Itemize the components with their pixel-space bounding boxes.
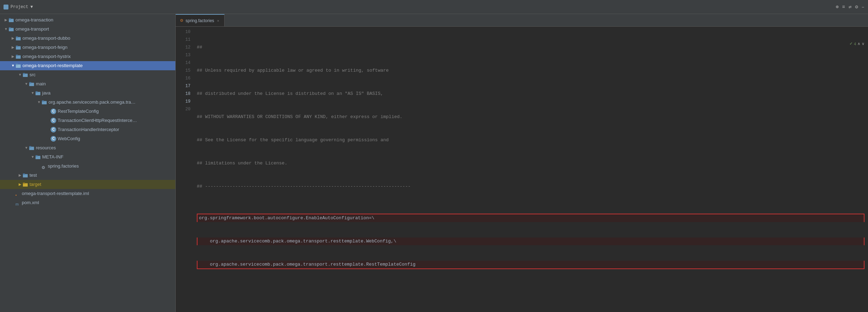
folder-icon <box>29 146 34 150</box>
toggle-src[interactable] <box>18 71 22 79</box>
sidebar-label-TransactionClientHttpRequestInterce: TransactionClientHttpRequestInterce… <box>58 117 137 124</box>
toggle-target[interactable] <box>18 181 22 188</box>
tab-spring-factories[interactable]: ⚙ spring.factories × <box>176 14 225 26</box>
toggle-META-INF[interactable] <box>30 153 35 161</box>
code-line-12: ## distributed under the License is dist… <box>197 90 864 98</box>
code-line-17: org.springframework.boot.autoconfigure.E… <box>197 214 864 222</box>
sidebar-item-omega-transport-resttemplate[interactable]: omega-transport-resttemplate <box>0 61 175 70</box>
sidebar-item-omega-transport-hystrix[interactable]: omega-transport-hystrix <box>0 52 175 61</box>
project-label: Project <box>11 5 28 9</box>
editor-container: ✓ 4 ∧ ∨ 10 11 12 13 14 15 16 17 18 19 <box>176 27 868 312</box>
minimize-icon[interactable]: – <box>862 4 864 10</box>
folder-icon <box>15 36 21 40</box>
structure-icon[interactable]: ≡ <box>842 4 845 10</box>
line-num-10: 10 <box>179 28 190 36</box>
dropdown-arrow[interactable]: ▼ <box>30 5 33 9</box>
line-num-19: 19 <box>179 98 190 105</box>
code-area[interactable]: 10 11 12 13 14 15 16 17 18 19 20 ## ## U… <box>176 27 868 312</box>
line-num-13: 13 <box>179 51 190 59</box>
toggle-org-pkg[interactable] <box>37 98 41 106</box>
class-badge-c: C <box>51 127 56 132</box>
sidebar-label-main: main <box>36 80 46 88</box>
editor-tab-bar: ⚙ spring.factories × <box>176 14 868 27</box>
navigate-icon[interactable]: ⊕ <box>836 4 838 10</box>
sidebar-item-src[interactable]: src <box>0 70 175 79</box>
toggle-omega-transport[interactable] <box>4 25 8 33</box>
class-badge-c: C <box>51 109 56 114</box>
code-line-20 <box>197 285 864 292</box>
folder-icon-selected <box>15 64 21 68</box>
svg-rect-19 <box>42 100 44 102</box>
sidebar-label-org-pkg: org.apache.servicecomb.pack.omega.tra… <box>48 98 136 106</box>
svg-rect-11 <box>16 64 18 65</box>
folder-icon <box>8 18 14 22</box>
toggle-test[interactable] <box>18 171 22 179</box>
sidebar-item-pom-xml[interactable]: m pom.xml <box>0 198 175 207</box>
tab-label: spring.factories <box>186 18 214 23</box>
sidebar-item-org-pkg[interactable]: org.apache.servicecomb.pack.omega.tra… <box>0 98 175 107</box>
sidebar-label-feign: omega-transport-feign <box>22 44 67 51</box>
sidebar-item-target[interactable]: target <box>0 180 175 189</box>
sidebar-item-resources[interactable]: resources <box>0 143 175 152</box>
sidebar-label-hystrix: omega-transport-hystrix <box>22 53 71 60</box>
class-badge-c: C <box>51 118 56 123</box>
sidebar-item-omega-transport[interactable]: omega-transport <box>0 25 175 34</box>
sidebar-label-TransactionHandlerInterceptor: TransactionHandlerInterceptor <box>58 126 119 134</box>
toggle-feign[interactable] <box>11 44 15 51</box>
folder-icon <box>35 91 41 95</box>
sidebar-item-omega-transport-feign[interactable]: omega-transport-feign <box>0 43 175 52</box>
code-content[interactable]: ## ## Unless required by applicable law … <box>193 28 868 312</box>
settings-icon[interactable]: ⚙ <box>855 4 858 10</box>
sidebar-label-WebConfig: WebConfig <box>58 135 80 143</box>
toggle-main[interactable] <box>24 80 29 88</box>
inspection-down[interactable]: ∨ <box>862 41 864 46</box>
title-bar-actions: ⊕ ≡ ⇄ ⚙ – <box>836 4 864 10</box>
sidebar-item-TransactionHandlerInterceptor[interactable]: C TransactionHandlerInterceptor <box>0 125 175 134</box>
code-line-18: org.apache.servicecomb.pack.omega.transp… <box>197 238 864 245</box>
code-line-13: ## WITHOUT WARRANTIES OR CONDITIONS OF A… <box>197 113 864 121</box>
line-num-17: 17 <box>179 82 190 90</box>
line-num-20: 20 <box>179 105 190 113</box>
toggle-java[interactable] <box>30 89 35 97</box>
sidebar-item-spring-factories[interactable]: ⚙ spring.factories <box>0 162 175 171</box>
sidebar-item-test[interactable]: test <box>0 171 175 180</box>
code-line-10: ## <box>197 44 864 51</box>
sidebar-item-META-INF[interactable]: META-INF <box>0 152 175 162</box>
title-bar: Project ▼ ⊕ ≡ ⇄ ⚙ – <box>0 0 868 14</box>
toggle-resources[interactable] <box>24 144 29 152</box>
sidebar-item-omega-transport-dubbo[interactable]: omega-transport-dubbo <box>0 34 175 43</box>
sidebar-item-java[interactable]: java <box>0 89 175 98</box>
folder-icon <box>35 155 41 159</box>
code-line-16: ## -------------------------------------… <box>197 183 864 190</box>
pom-file-icon: m <box>15 200 20 205</box>
toggle-resttemplate[interactable] <box>11 62 15 70</box>
sidebar-item-RestTemplateConfig[interactable]: C RestTemplateConfig <box>0 107 175 116</box>
line-num-11: 11 <box>179 36 190 44</box>
code-line-15: ## limitations under the License. <box>197 160 864 167</box>
line-num-16: 16 <box>179 74 190 82</box>
svg-rect-1 <box>9 18 11 19</box>
checkmark-icon: ✓ <box>849 41 853 46</box>
factories-file-icon: ⚙ <box>41 164 46 169</box>
svg-rect-9 <box>16 55 18 56</box>
sidebar-item-omega-transport-resttemplate-iml[interactable]: ▪ omega-transport-resttemplate.iml <box>0 189 175 198</box>
class-badge-c: C <box>51 136 56 142</box>
project-sidebar[interactable]: omega-transaction omega-transport omega-… <box>0 14 176 312</box>
sidebar-item-TransactionClientHttpRequestInterce[interactable]: C TransactionClientHttpRequestInterce… <box>0 116 175 125</box>
sidebar-item-WebConfig[interactable]: C WebConfig <box>0 134 175 143</box>
sidebar-label-target: target <box>30 181 41 188</box>
sidebar-label-pom: pom.xml <box>22 199 39 207</box>
folder-icon <box>41 100 47 104</box>
sidebar-item-main[interactable]: main <box>0 79 175 89</box>
sidebar-item-omega-transaction[interactable]: omega-transaction <box>0 15 175 25</box>
line-num-14: 14 <box>179 59 190 67</box>
inspection-up[interactable]: ∧ <box>857 41 860 46</box>
toggle-hystrix[interactable] <box>11 53 15 60</box>
toggle-dubbo[interactable] <box>11 34 15 42</box>
sidebar-label-META-INF: META-INF <box>42 153 63 161</box>
sync-icon[interactable]: ⇄ <box>849 4 851 10</box>
tab-close-button[interactable]: × <box>216 18 220 24</box>
toggle-omega-transaction[interactable] <box>4 16 8 24</box>
svg-rect-21 <box>29 146 31 147</box>
svg-rect-25 <box>23 174 25 175</box>
